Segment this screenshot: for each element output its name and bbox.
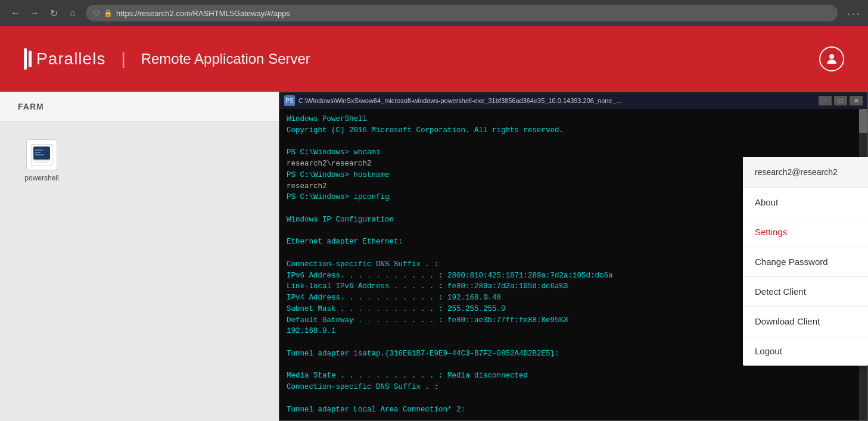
nav-buttons: ← → ↻ ⌂ xyxy=(7,5,81,21)
minimize-button[interactable]: − xyxy=(819,96,832,105)
url-text: https://research2.com/RASHTML5Gateway/#/… xyxy=(116,9,290,18)
remote-app-icon: PS xyxy=(284,95,295,106)
window-controls: − □ ✕ xyxy=(819,96,863,105)
browser-chrome: ← → ↻ ⌂ 🛡 🔒 https://research2.com/RASHTM… xyxy=(0,0,868,26)
scrollbar-thumb[interactable] xyxy=(859,109,867,133)
remote-title-text: C:\Windows\WinSxS\wow64_microsoft-window… xyxy=(298,97,815,104)
more-button[interactable]: ··· xyxy=(847,7,861,20)
app-icon-powershell xyxy=(26,139,57,170)
forward-button[interactable]: → xyxy=(26,5,43,21)
logo-area: Parallels | Remote Application Server xyxy=(24,48,310,70)
logo-bar-2 xyxy=(29,51,32,67)
app-label-powershell: powershell xyxy=(24,174,58,182)
dropdown-header: research2@research2 xyxy=(743,157,868,188)
parallels-logo: Parallels xyxy=(24,48,105,70)
app-header: Parallels | Remote Application Server xyxy=(0,26,868,92)
user-menu-button[interactable] xyxy=(819,46,844,71)
logo-divider: | xyxy=(121,49,125,68)
close-button[interactable]: ✕ xyxy=(850,96,863,105)
home-button[interactable]: ⌂ xyxy=(64,5,81,21)
dropdown-username: research2@research2 xyxy=(755,167,838,177)
dropdown-item-about[interactable]: About xyxy=(743,188,868,217)
app-item-powershell[interactable]: powershell xyxy=(18,139,66,182)
dropdown-items: AboutSettingsChange PasswordDetect Clien… xyxy=(743,188,868,366)
content-area: FARM powershell xyxy=(0,92,868,421)
logo-bars xyxy=(24,48,32,70)
powershell-icon xyxy=(31,144,52,166)
logo-bar-1 xyxy=(24,48,27,70)
svg-rect-4 xyxy=(33,146,50,160)
dropdown-item-settings[interactable]: Settings xyxy=(743,217,868,247)
dropdown-item-change-password[interactable]: Change Password xyxy=(743,247,868,277)
farm-label: FARM xyxy=(18,102,44,111)
remote-titlebar: PS C:\Windows\WinSxS\wow64_microsoft-win… xyxy=(279,92,867,109)
maximize-button[interactable]: □ xyxy=(834,96,847,105)
address-bar[interactable]: 🛡 🔒 https://research2.com/RASHTML5Gatewa… xyxy=(86,5,838,21)
dropdown-item-logout[interactable]: Logout xyxy=(743,336,868,366)
lock-icon: 🔒 xyxy=(104,9,113,17)
reload-button[interactable]: ↻ xyxy=(45,5,62,21)
dropdown-item-download-client[interactable]: Download Client xyxy=(743,307,868,336)
dropdown-item-detect-client[interactable]: Detect Client xyxy=(743,277,868,307)
logo-name: Parallels xyxy=(36,49,105,68)
svg-point-0 xyxy=(829,54,834,59)
back-button[interactable]: ← xyxy=(7,5,24,21)
app-title: Remote Application Server xyxy=(141,51,310,67)
user-avatar-icon xyxy=(825,52,839,66)
user-dropdown: research2@research2 AboutSettingsChange … xyxy=(743,157,868,366)
shield-icon: 🛡 xyxy=(93,9,100,17)
